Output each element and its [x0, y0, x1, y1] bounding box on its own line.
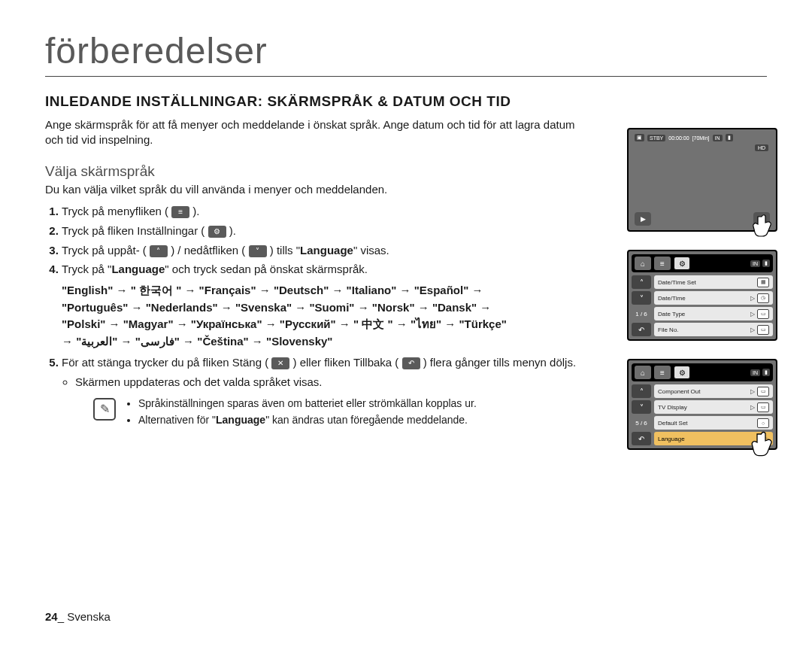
lang-row-4: → "ﻓﺎرسی" → "العربية" → "Čeština" → "Slo…: [62, 333, 595, 351]
nav-down[interactable]: ˅: [632, 291, 651, 305]
screen-settings-1: ⌂ ≡ ⚙ IN ▮ ˄ ˅ 1 / 6 ↶ Date/Time Set▦ Da…: [627, 250, 777, 341]
lang-row-1: "English" → " 한국어 " → "Français" → "Deut…: [62, 282, 595, 299]
row-datetime-set[interactable]: Date/Time Set▦: [654, 275, 773, 289]
component-icon: ▭: [757, 387, 769, 396]
mode-tab[interactable]: ⌂: [635, 257, 651, 270]
nav-up-b[interactable]: ˄: [632, 384, 651, 398]
step-4: Tryck på "Language" och tryck sedan på ö…: [62, 261, 618, 350]
note-1: Språkinställningen sparas även om batter…: [138, 396, 477, 411]
settings-tab[interactable]: ⚙: [674, 257, 690, 270]
hd-badge: HD: [755, 144, 768, 151]
step5-bullet: Skärmen uppdateras och det valda språket…: [75, 374, 594, 390]
settings-tab-b[interactable]: ⚙: [674, 366, 690, 379]
notes-list: Språkinställningen sparas även om batter…: [123, 396, 477, 431]
page-indicator: 1 / 6: [632, 307, 651, 320]
title-rule: [45, 76, 767, 77]
section-heading: INLEDANDE INSTÄLLNINGAR: SKÄRMSPRÅK & DA…: [45, 93, 767, 110]
screen-standby: ▣ STBY 00:00:00 [70Min] IN ▮ HD ▶ ≡: [627, 128, 777, 232]
up-icon: ˄: [150, 245, 168, 257]
battery-icon-3: ▮: [762, 369, 770, 376]
storage-in-badge: IN: [713, 135, 723, 141]
row-tv-display[interactable]: TV Display▷▭: [654, 400, 773, 414]
close-icon: ✕: [271, 357, 289, 369]
storage-in-badge-3: IN: [750, 369, 760, 376]
step-2: Tryck på fliken Inställningar ( ⚙ ).: [62, 223, 618, 239]
play-mode-button[interactable]: ▶: [635, 212, 651, 226]
nav-down-b[interactable]: ˅: [632, 400, 651, 414]
page-footer: 24_ Svenska: [45, 610, 111, 623]
intro-text: Ange skärmspråk för att få menyer och me…: [45, 117, 586, 147]
battery-icon-2: ▮: [762, 260, 770, 267]
step-3: Tryck på uppåt- ( ˄ ) / nedåtfliken ( ˅ …: [62, 242, 618, 259]
touch-hand-icon-2: [749, 426, 782, 459]
mode-tab-b[interactable]: ⌂: [635, 366, 651, 379]
camcorder-icon: ▣: [635, 134, 644, 141]
rec-time: 00:00:00: [668, 135, 689, 141]
nav-back-b[interactable]: ↶: [632, 432, 651, 445]
nav-back[interactable]: ↶: [632, 323, 651, 336]
menu-tab-icon: ≡: [171, 206, 189, 218]
row-date-type[interactable]: Date Type▷▭: [654, 307, 773, 320]
file-icon: ▭: [757, 325, 769, 335]
lang-row-3: "Polski" → "Magyar" → "Українська" → "Ру…: [62, 316, 595, 333]
nav-up[interactable]: ˄: [632, 275, 651, 289]
steps-list: Tryck på menyfliken ( ≡ ). Tryck på flik…: [45, 203, 618, 390]
back-icon: ↶: [402, 357, 420, 369]
step-1: Tryck på menyfliken ( ≡ ).: [62, 203, 618, 220]
clock-icon: ◷: [757, 293, 769, 303]
lang-row-2: "Português" → "Nederlands" → "Svenska" →…: [62, 299, 595, 317]
menu-tab-b[interactable]: ≡: [654, 366, 671, 379]
touch-hand-icon: [750, 209, 780, 239]
note-2: Alternativen för "Language" kan ändras u…: [138, 413, 477, 427]
device-screens: ▣ STBY 00:00:00 [70Min] IN ▮ HD ▶ ≡ ⌂ ≡ …: [627, 128, 777, 450]
row-file-no[interactable]: File No.▷▭: [654, 323, 773, 336]
row-component-out[interactable]: Component Out▷▭: [654, 384, 773, 398]
row-datetime[interactable]: Date/Time▷◷: [654, 291, 773, 305]
page-title: förberedelser: [45, 30, 767, 71]
page-indicator-b: 5 / 6: [632, 416, 651, 430]
tv-icon: ▭: [757, 402, 769, 412]
stby-label: STBY: [647, 135, 665, 141]
battery-icon: ▮: [726, 134, 733, 141]
settings-tab-icon: ⚙: [208, 226, 226, 238]
menu-tab[interactable]: ≡: [654, 257, 671, 270]
calendar-icon: ▦: [757, 278, 769, 287]
step-5: För att stänga trycker du på fliken Stän…: [62, 354, 618, 390]
screen-settings-5: ⌂ ≡ ⚙ IN ▮ ˄ ˅ 5 / 6 ↶ Component Out▷▭ T…: [627, 359, 777, 450]
storage-in-badge-2: IN: [750, 260, 760, 267]
note-icon: ✎: [93, 398, 116, 421]
down-icon: ˅: [249, 245, 267, 257]
remaining: [70Min]: [692, 135, 710, 141]
type-icon: ▭: [757, 309, 769, 319]
